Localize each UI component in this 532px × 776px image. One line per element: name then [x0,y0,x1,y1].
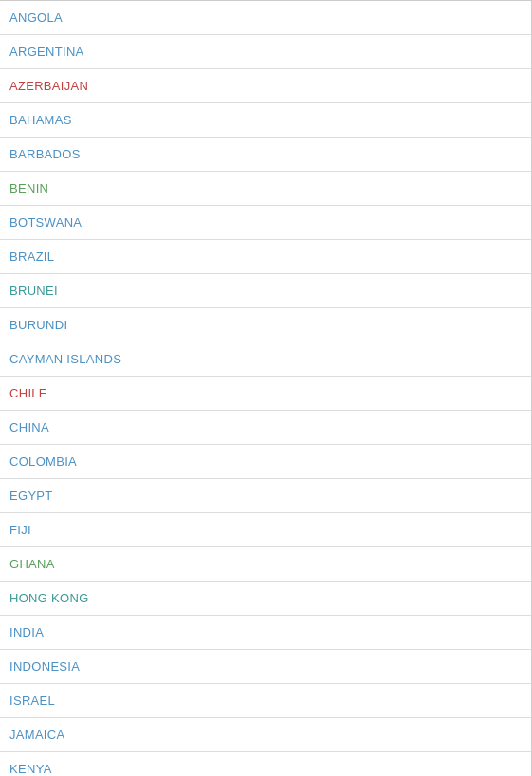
country-name: COLOMBIA [9,454,77,469]
country-name: BENIN [9,181,48,195]
list-item[interactable]: EGYPT [0,479,531,513]
list-item[interactable]: BRUNEI [0,274,531,308]
list-item[interactable]: CAYMAN ISLANDS [0,342,531,377]
list-item[interactable]: ISRAEL [0,684,531,718]
list-item[interactable]: BARBADOS [0,138,531,172]
list-item[interactable]: HONG KONG [0,582,531,616]
list-item[interactable]: ANGOLA [0,0,531,35]
list-item[interactable]: COLOMBIA [0,445,531,479]
list-item[interactable]: BOTSWANA [0,206,531,240]
country-name: CAYMAN ISLANDS [9,352,121,366]
list-item[interactable]: GHANA [0,547,531,582]
country-name: BARBADOS [9,147,81,161]
country-name: ISRAEL [9,693,55,708]
country-name: INDONESIA [9,659,80,674]
country-list: ANGOLAARGENTINAAZERBAIJANBAHAMASBARBADOS… [0,0,532,776]
list-item[interactable]: KENYA [0,752,531,776]
country-name: JAMAICA [9,728,64,742]
country-name: AZERBAIJAN [9,79,88,93]
list-item[interactable]: AZERBAIJAN [0,69,531,103]
country-name: KENYA [9,762,52,776]
country-name: ARGENTINA [9,45,84,59]
country-name: BOTSWANA [9,215,82,230]
country-name: ANGOLA [9,10,63,25]
list-item[interactable]: BENIN [0,172,531,206]
list-item[interactable]: INDONESIA [0,650,531,684]
list-item[interactable]: FIJI [0,513,531,547]
country-name: CHILE [9,386,47,400]
list-item[interactable]: ARGENTINA [0,35,531,69]
country-name: CHINA [9,420,49,434]
country-name: FIJI [9,523,31,537]
country-name: BRUNEI [9,284,58,298]
list-item[interactable]: INDIA [0,616,531,650]
list-item[interactable]: CHILE [0,377,531,411]
country-name: BURUNDI [9,318,67,332]
list-item[interactable]: BURUNDI [0,308,531,342]
country-name: INDIA [9,625,44,639]
country-name: BAHAMAS [9,113,72,127]
country-name: EGYPT [9,489,53,503]
country-name: HONG KONG [9,591,89,605]
list-item[interactable]: BAHAMAS [0,103,531,138]
country-name: GHANA [9,557,55,571]
list-item[interactable]: CHINA [0,411,531,445]
list-item[interactable]: BRAZIL [0,240,531,274]
country-name: BRAZIL [9,249,54,264]
list-item[interactable]: JAMAICA [0,718,531,752]
